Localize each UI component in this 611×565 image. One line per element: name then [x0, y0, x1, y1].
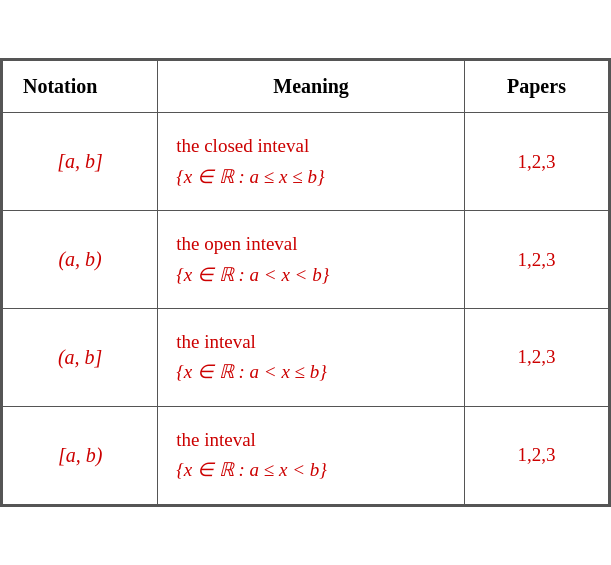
header-notation: Notation — [3, 61, 158, 113]
meaning-line2: {x ∈ ℝ : a < x < b} — [176, 260, 454, 290]
meaning-line1: the inteval — [176, 327, 454, 357]
notation-cell: (a, b] — [3, 309, 158, 407]
meaning-line2: {x ∈ ℝ : a ≤ x ≤ b} — [176, 162, 454, 192]
meaning-cell: the inteval{x ∈ ℝ : a < x ≤ b} — [158, 309, 465, 407]
meaning-cell: the open inteval{x ∈ ℝ : a < x < b} — [158, 211, 465, 309]
table-row: (a, b]the inteval{x ∈ ℝ : a < x ≤ b}1,2,… — [3, 309, 609, 407]
notation-table-wrapper: Notation Meaning Papers [a, b]the closed… — [0, 58, 611, 506]
papers-cell: 1,2,3 — [464, 113, 608, 211]
meaning-line2: {x ∈ ℝ : a ≤ x < b} — [176, 455, 454, 485]
header-papers: Papers — [464, 61, 608, 113]
notation-cell: (a, b) — [3, 211, 158, 309]
meaning-line2: {x ∈ ℝ : a < x ≤ b} — [176, 357, 454, 387]
table-row: (a, b)the open inteval{x ∈ ℝ : a < x < b… — [3, 211, 609, 309]
header-meaning: Meaning — [158, 61, 465, 113]
table-row: [a, b]the closed inteval{x ∈ ℝ : a ≤ x ≤… — [3, 113, 609, 211]
meaning-line1: the inteval — [176, 425, 454, 455]
notation-cell: [a, b] — [3, 113, 158, 211]
notation-cell: [a, b) — [3, 406, 158, 504]
papers-cell: 1,2,3 — [464, 406, 608, 504]
papers-cell: 1,2,3 — [464, 211, 608, 309]
table-row: [a, b)the inteval{x ∈ ℝ : a ≤ x < b}1,2,… — [3, 406, 609, 504]
meaning-cell: the closed inteval{x ∈ ℝ : a ≤ x ≤ b} — [158, 113, 465, 211]
meaning-line1: the closed inteval — [176, 131, 454, 161]
meaning-cell: the inteval{x ∈ ℝ : a ≤ x < b} — [158, 406, 465, 504]
meaning-line1: the open inteval — [176, 229, 454, 259]
table-header-row: Notation Meaning Papers — [3, 61, 609, 113]
papers-cell: 1,2,3 — [464, 309, 608, 407]
notation-table: Notation Meaning Papers [a, b]the closed… — [2, 60, 609, 504]
